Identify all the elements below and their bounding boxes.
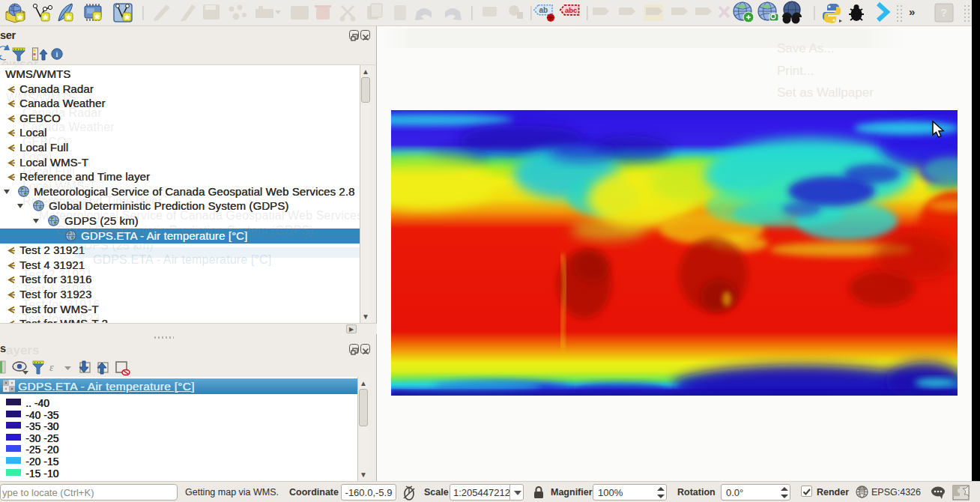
svg-text:?: ? [940,6,947,19]
svg-text:abc: abc [565,6,577,14]
svg-text:i: i [56,50,58,58]
svg-text:ab: ab [539,6,548,14]
svg-text:ε: ε [49,362,54,373]
svg-text:»: » [909,5,915,18]
